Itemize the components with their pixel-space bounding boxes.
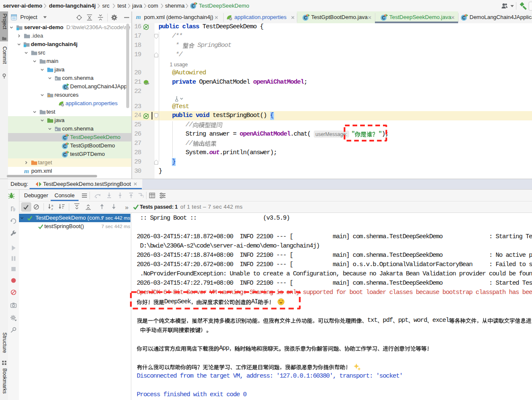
svg-text:z: z: [52, 207, 53, 210]
svg-text:I: I: [143, 194, 144, 198]
svg-text:9: 9: [13, 207, 15, 212]
